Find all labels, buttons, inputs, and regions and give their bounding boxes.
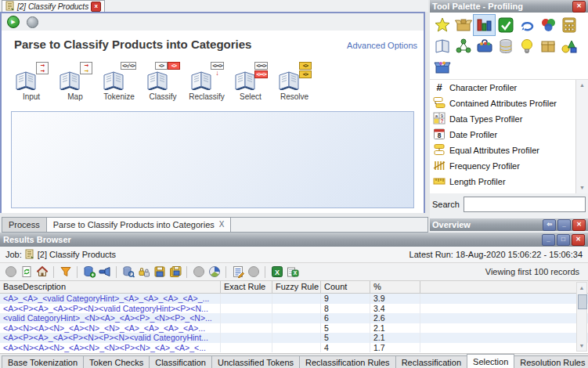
profiler-item-character-profiler[interactable]: #Character Profiler [430,80,588,96]
workflow-step-tokenize[interactable]: <>/<>Tokenize [97,62,141,101]
table-cell: 6 [321,313,370,323]
search-input[interactable] [464,197,586,212]
star-icon[interactable] [431,15,453,35]
close-process-tab-icon[interactable]: X [219,218,225,232]
tool-palette-title: Tool Palette - Profiling [432,2,523,11]
column-header-basedescription[interactable]: BaseDescription [0,281,221,293]
result-tab-reclassification-rules[interactable]: Reclassification Rules [299,355,396,368]
flashlight-icon[interactable] [98,265,111,279]
workflow-step-input[interactable]: →→Input [9,62,53,101]
column-header-exact-rule[interactable]: Exact Rule [221,281,272,293]
workflow-step-map[interactable]: →→Map [53,62,97,101]
table-cell [272,343,321,353]
table-cell [221,323,272,334]
checkmark-icon[interactable] [495,15,516,35]
result-tab-base-tokenization[interactable]: Base Tokenization [2,355,84,368]
profiler-item-date-profiler[interactable]: 8Date Profiler [430,127,588,143]
save-all-icon[interactable] [168,265,182,279]
overview-title: Overview [432,220,471,229]
overview-header: Overview ⇦ _ ✕ [430,218,588,231]
result-tab-classification[interactable]: Classification [149,355,212,368]
column-header-fuzzy-rule[interactable]: Fuzzy Rule [272,281,321,293]
import-box-icon[interactable] [431,57,453,78]
profiler-scrollbar[interactable]: ▲ ▼ [575,80,588,193]
toolbox-icon[interactable] [474,36,495,56]
network-icon[interactable] [453,36,474,56]
minimize-panel-icon[interactable]: _ [557,219,571,231]
scroll-up-icon[interactable]: ▲ [576,80,588,91]
lightbulb-icon[interactable] [516,36,537,56]
minimize-results-icon[interactable]: _ [542,234,555,246]
profiler-item-data-types-profiler[interactable]: a9?Data Types Profiler [430,111,588,127]
shapes-icon[interactable] [558,36,579,56]
result-tab-reclassification[interactable]: Reclassification [395,355,467,368]
close-results-icon[interactable]: ✕ [572,234,585,246]
workflow-steps: →→Input→→Map<>/<>Tokenize<><>Classify<><… [9,62,316,101]
table-cell [221,294,272,304]
calculator-icon[interactable] [558,15,579,35]
book-icon[interactable] [431,36,453,56]
home-icon[interactable] [35,265,49,279]
close-panel-icon[interactable]: ✕ [572,219,586,231]
result-tab-unclassified-tokens[interactable]: Unclassified Tokens [211,355,300,368]
character-profiler-icon: # [433,81,446,95]
workflow-step-reclassify[interactable]: <><>↓Reclassify [185,62,229,101]
workflow-canvas[interactable] [11,111,414,208]
export-box-icon[interactable] [453,15,474,35]
column-header-[interactable]: % [370,281,420,293]
result-tab-resolution-rules[interactable]: Resolution Rules [514,355,588,368]
result-tab-token-checks[interactable]: Token Checks [83,355,150,368]
profiler-item-length-profiler[interactable]: Length Profiler [430,174,588,189]
workflow-step-classify[interactable]: <><>Classify [141,62,185,101]
advanced-options-link[interactable]: Advanced Options [347,41,417,50]
add-database-icon[interactable] [82,265,96,279]
refresh-icon[interactable] [20,265,33,279]
db-search-icon[interactable] [121,265,135,279]
table-row[interactable]: <A>_<A>_<valid CategoryHint>_<A>_<A>_<A>… [0,294,588,304]
filter-icon[interactable] [59,265,72,279]
table-row[interactable]: <A><N><A><N>_<A><N>_<N><P><N>_<A>_<A>_<.… [0,343,588,353]
database-icon[interactable] [495,36,516,56]
scroll-down-icon[interactable]: ▼ [577,341,586,351]
profiler-item-equal-attributes-profiler[interactable]: Equal Attributes Profiler [430,143,588,158]
report-icon[interactable] [231,265,244,279]
document-tab-classify-products[interactable]: [2] Classify Products x [2,0,105,12]
table-cell: <A><N><A><N>_<A><N>_<N><P><N>_<A>_<A>_<.… [0,343,221,353]
security-icon[interactable] [137,265,150,279]
excel-icon[interactable]: X [270,265,283,279]
tool-palette-header: Tool Palette - Profiling ✕ [430,0,588,13]
scroll-thumb[interactable] [578,294,587,309]
table-row[interactable]: <A><P><A>_<A><P><N><P><N><valid Category… [0,333,588,343]
maximize-results-icon[interactable]: □ [557,234,570,246]
latest-run-text: Latest Run: 18-Aug-2020 15:06:22 - 15:06… [409,250,583,259]
workflow-step-resolve[interactable]: <><>Resolve [272,62,316,101]
excel-sheet-icon[interactable]: X [286,265,299,279]
profiler-label: Length Profiler [449,177,506,186]
process-tab-parse-to-classify-products-into-categories[interactable]: Parse to Classify Products into Categori… [46,217,232,233]
table-row[interactable]: <A><N><A><N>_<A><N>_<N>_<A>_<A>_<A>_<A>.… [0,323,588,334]
pie-globe-icon[interactable] [207,265,221,279]
column-header-count[interactable]: Count [321,281,370,293]
refresh-sphere-button[interactable] [27,16,38,28]
table-row[interactable]: <valid CategoryHint>_<N><A>_<A><P>_<N><P… [0,313,588,323]
save-icon[interactable] [153,265,166,279]
table-row[interactable]: <A><P><A>_<A><P><N><valid CategoryHint><… [0,304,588,314]
profile-chart-icon[interactable] [474,15,495,35]
scroll-down-icon[interactable]: ▼ [576,182,588,193]
close-palette-icon[interactable]: ✕ [572,1,586,13]
run-job-button[interactable]: ▶ [7,16,20,28]
process-tab-process[interactable]: Process [2,217,47,233]
workflow-step-select[interactable]: <><><><>Select [229,62,272,101]
scroll-up-icon[interactable]: ▲ [577,283,586,293]
loop-icon[interactable] [516,15,537,35]
svg-text:X: X [293,270,297,276]
dock-panel-icon[interactable]: ⇦ [543,219,556,231]
profiler-item-frequency-profiler[interactable]: Frequency Profiler [430,158,588,174]
color-circles-icon[interactable] [537,15,558,35]
package-icon[interactable] [537,36,558,56]
profiler-item-contained-attributes-profiler[interactable]: Contained Attributes Profiler [430,96,588,111]
result-tab-selection[interactable]: Selection [467,354,514,368]
length-profiler-icon [433,175,446,189]
table-scrollbar[interactable]: ▲ ▼ [576,282,587,352]
close-document-tab-icon[interactable]: x [91,2,101,12]
